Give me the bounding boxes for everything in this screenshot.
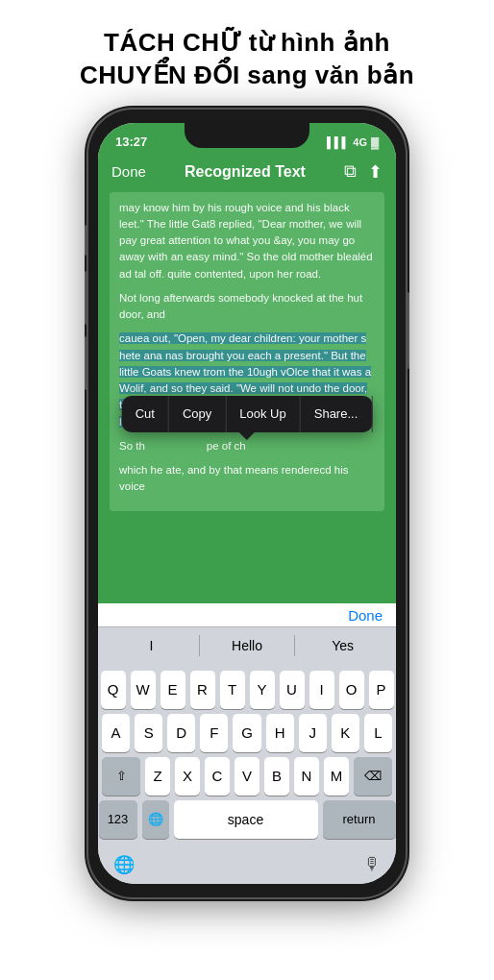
paragraph-2: Not long afterwards somebody knocked at … <box>119 290 375 324</box>
key-X[interactable]: X <box>175 757 200 796</box>
key-O[interactable]: O <box>339 671 364 709</box>
network-label: 4G <box>353 136 367 148</box>
key-Z[interactable]: Z <box>145 757 170 796</box>
suggestion-Hello[interactable]: Hello <box>200 638 295 653</box>
key-J[interactable]: J <box>299 714 327 752</box>
bottom-done-area: Done <box>98 603 396 626</box>
key-M[interactable]: M <box>324 757 349 796</box>
keyboard-row-3: ⇧ Z X C V B N M ⌫ <box>102 757 392 796</box>
key-F[interactable]: F <box>200 714 228 752</box>
status-icons: ▌▌▌ 4G ▓ <box>327 136 379 148</box>
suggestion-bar: I Hello Yes <box>98 626 396 665</box>
key-Q[interactable]: Q <box>101 671 126 709</box>
key-P[interactable]: P <box>369 671 394 709</box>
page-header: TÁCH CHỮ từ hình ảnh CHUYỂN ĐỔI sang văn… <box>0 0 494 110</box>
phone-frame: 13:27 ▌▌▌ 4G ▓ Done Recognized Text ⧉ ⬆ … <box>88 110 406 897</box>
key-return[interactable]: return <box>323 800 396 839</box>
key-R[interactable]: R <box>190 671 215 709</box>
key-delete[interactable]: ⌫ <box>354 757 392 796</box>
key-S[interactable]: S <box>135 714 162 752</box>
phone-screen: 13:27 ▌▌▌ 4G ▓ Done Recognized Text ⧉ ⬆ … <box>98 123 396 884</box>
status-time: 13:27 <box>115 135 147 149</box>
key-B[interactable]: B <box>264 757 289 796</box>
side-btn-vol-up <box>85 271 88 325</box>
paragraph-1: may know him by his rough voice and his … <box>119 200 375 282</box>
context-menu-arrow <box>239 432 255 440</box>
side-btn-vol-down <box>85 336 88 390</box>
key-W[interactable]: W <box>131 671 156 709</box>
paragraph-4: So th pe of ch <box>119 438 375 454</box>
key-A[interactable]: A <box>102 714 130 752</box>
key-shift[interactable]: ⇧ <box>102 757 140 796</box>
side-btn-power <box>406 292 409 369</box>
text-content[interactable]: may know him by his rough voice and his … <box>110 192 384 511</box>
key-D[interactable]: D <box>167 714 195 752</box>
key-E[interactable]: E <box>161 671 185 709</box>
key-Y[interactable]: Y <box>250 671 275 709</box>
signal-icon: ▌▌▌ <box>327 136 349 148</box>
key-K[interactable]: K <box>332 714 359 752</box>
key-V[interactable]: V <box>235 757 259 796</box>
key-U[interactable]: U <box>280 671 305 709</box>
key-C[interactable]: C <box>205 757 230 796</box>
key-T[interactable]: T <box>220 671 245 709</box>
battery-icon: ▓ <box>371 136 379 148</box>
key-globe[interactable]: 🌐 <box>142 800 169 839</box>
key-N[interactable]: N <box>294 757 319 796</box>
paragraph-3-selected: cauea out, "Open, my dear children: your… <box>119 331 375 430</box>
bottom-bar: 🌐 🎙 <box>98 847 396 884</box>
content-area[interactable]: may know him by his rough voice and his … <box>98 192 396 603</box>
nav-icons: ⧉ ⬆ <box>344 161 383 183</box>
nav-done-button[interactable]: Done <box>111 163 146 180</box>
keyboard-row-2: A S D F G H J K L <box>102 714 392 752</box>
paragraph-5: which he ate, and by that means renderec… <box>119 462 375 496</box>
share-icon[interactable]: ⬆ <box>368 161 383 183</box>
bottom-done-button[interactable]: Done <box>348 607 383 624</box>
header-line1: TÁCH CHỮ từ hình ảnh <box>104 28 390 57</box>
keyboard-row-4: 123 🌐 space return <box>102 800 392 839</box>
phone-notch <box>185 123 309 148</box>
context-cut[interactable]: Cut <box>122 396 169 432</box>
context-share[interactable]: Share... <box>301 396 373 432</box>
context-menu: Cut Copy Look Up Share... <box>122 396 373 432</box>
globe-icon[interactable]: 🌐 <box>113 854 135 875</box>
nav-title: Recognized Text <box>185 163 306 181</box>
key-G[interactable]: G <box>233 714 260 752</box>
key-L[interactable]: L <box>364 714 392 752</box>
keyboard: Q W E R T Y U I O P A S D F G H J K <box>98 665 396 847</box>
key-space[interactable]: space <box>174 800 318 839</box>
context-copy[interactable]: Copy <box>169 396 226 432</box>
key-H[interactable]: H <box>266 714 294 752</box>
header-line2: CHUYỂN ĐỔI sang văn bản <box>80 61 414 89</box>
suggestion-Yes[interactable]: Yes <box>295 638 390 653</box>
mic-icon[interactable]: 🎙 <box>363 854 381 874</box>
keyboard-row-1: Q W E R T Y U I O P <box>102 671 392 709</box>
nav-bar: Done Recognized Text ⧉ ⬆ <box>98 156 396 192</box>
key-I[interactable]: I <box>309 671 334 709</box>
key-123[interactable]: 123 <box>99 800 137 839</box>
context-look-up[interactable]: Look Up <box>226 396 300 432</box>
copy-icon[interactable]: ⧉ <box>344 161 357 182</box>
side-btn-mute <box>85 225 88 256</box>
suggestion-I[interactable]: I <box>104 638 199 653</box>
